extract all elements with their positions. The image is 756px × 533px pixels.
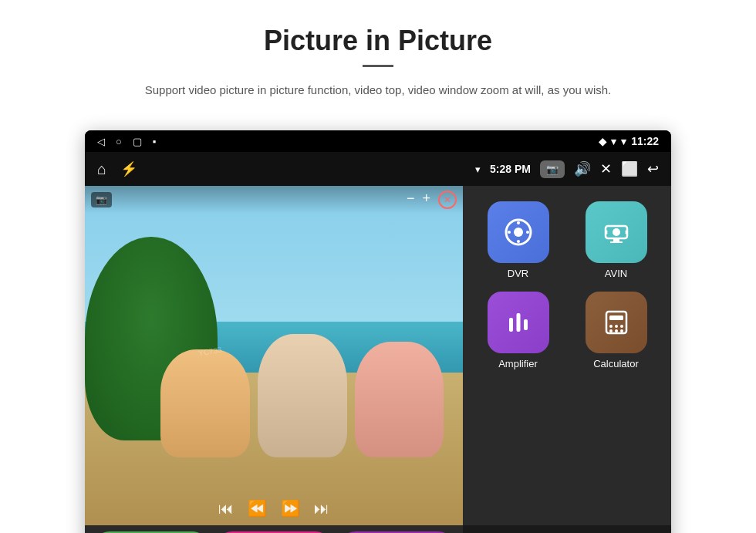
video-area: YC733 📷 − + ✕ ⏮ ⏪ ⏩ <box>85 186 463 525</box>
title-divider <box>363 65 393 67</box>
camera-button[interactable]: 📷 <box>540 160 565 178</box>
nav-bar-left: ⌂ ⚡ <box>97 160 137 178</box>
back-icon[interactable]: ◁ <box>97 136 105 147</box>
pip-playback-controls: ⏮ ⏪ ⏩ ⏭ <box>218 499 329 518</box>
app-item-dvr[interactable]: DVR <box>475 201 561 279</box>
person-1 <box>160 349 250 457</box>
dvr-label: DVR <box>508 268 528 279</box>
svg-point-19 <box>615 329 618 332</box>
amplifier-icon <box>501 305 535 339</box>
svg-point-7 <box>613 228 620 236</box>
app-grid-area: DVR AVIN <box>463 186 671 525</box>
svg-point-17 <box>620 325 623 328</box>
amplifier-icon-box <box>488 292 549 353</box>
pip-close-button[interactable]: ✕ <box>438 191 457 209</box>
svg-point-16 <box>615 325 618 328</box>
person-3 <box>355 342 444 457</box>
rewind-button[interactable]: ⏪ <box>248 499 267 518</box>
nav-time: 5:28 PM <box>490 163 531 175</box>
app-item-calculator[interactable]: Calculator <box>573 292 659 369</box>
prev-button[interactable]: ⏮ <box>218 500 234 518</box>
pip-minus-button[interactable]: − <box>407 191 415 209</box>
app-item-amplifier[interactable]: Amplifier <box>475 292 561 369</box>
pip-plus-button[interactable]: + <box>422 191 430 209</box>
avin-icon-box <box>586 201 647 263</box>
person-2 <box>258 334 347 457</box>
pip-resize-icon[interactable]: ⬜ <box>621 160 638 177</box>
svg-point-1 <box>514 228 523 237</box>
status-bar-left: ◁ ○ ▢ ▪ <box>97 136 156 147</box>
app-grid: DVR AVIN <box>475 201 659 369</box>
svg-rect-14 <box>609 315 623 320</box>
status-bar: ◁ ○ ▢ ▪ ◆ ▾ ▾ 11:22 <box>85 130 671 152</box>
location-icon: ◆ <box>599 136 606 147</box>
video-background: YC733 📷 − + ✕ ⏮ ⏪ ⏩ <box>85 186 463 525</box>
svg-rect-11 <box>516 313 520 332</box>
home-circle-icon[interactable]: ○ <box>116 136 122 147</box>
pip-overlay: − + ✕ <box>85 186 463 214</box>
calculator-icon-box <box>586 292 647 353</box>
page-header: Picture in Picture Support video picture… <box>0 0 756 115</box>
people-layer <box>160 220 444 457</box>
svg-point-15 <box>609 325 613 328</box>
recents-icon[interactable]: ▢ <box>133 136 142 147</box>
home-icon[interactable]: ⌂ <box>97 160 106 178</box>
avin-label: AVIN <box>605 268 627 279</box>
signal-icon: ▾ <box>621 136 626 147</box>
next-button[interactable]: ⏭ <box>314 500 329 518</box>
svg-point-18 <box>609 329 613 332</box>
video-scene: YC733 <box>85 186 463 525</box>
svg-point-2 <box>517 221 520 224</box>
calculator-icon <box>599 305 633 339</box>
dvr-icon-box <box>488 201 549 263</box>
nav-bar: ⌂ ⚡ ▾ 5:28 PM 📷 🔊 ✕ ⬜ ↩ <box>85 152 671 186</box>
calculator-label: Calculator <box>593 358 639 369</box>
svg-point-3 <box>517 240 520 243</box>
nav-bar-right: ▾ 5:28 PM 📷 🔊 ✕ ⬜ ↩ <box>475 160 659 178</box>
svg-rect-9 <box>610 241 623 243</box>
main-content-area: YC733 📷 − + ✕ ⏮ ⏪ ⏩ <box>85 186 671 525</box>
camera-icon: 📷 <box>546 164 559 175</box>
svg-rect-10 <box>509 318 513 332</box>
page-title: Picture in Picture <box>46 25 710 57</box>
back-nav-icon[interactable]: ↩ <box>647 160 659 177</box>
svg-point-5 <box>526 231 529 234</box>
volume-icon[interactable]: 🔊 <box>574 160 591 177</box>
device-frame: ◁ ○ ▢ ▪ ◆ ▾ ▾ 11:22 ⌂ ⚡ ▾ 5:28 PM 📷 🔊 ✕ … <box>85 130 671 533</box>
wifi-icon: ▾ <box>611 136 616 147</box>
status-bar-right: ◆ ▾ ▾ 11:22 <box>599 135 659 147</box>
usb-icon[interactable]: ⚡ <box>120 160 137 177</box>
svg-rect-8 <box>613 238 619 241</box>
close-icon: ✕ <box>444 194 451 205</box>
page-subtitle: Support video picture in picture functio… <box>108 81 648 100</box>
app-pill-row <box>85 525 463 533</box>
avin-icon <box>599 215 633 249</box>
svg-rect-12 <box>524 319 528 330</box>
wifi-nav-icon: ▾ <box>475 164 481 175</box>
forward-button[interactable]: ⏩ <box>281 499 300 518</box>
app-item-avin[interactable]: AVIN <box>573 201 659 279</box>
amplifier-label: Amplifier <box>498 358 538 369</box>
menu-icon[interactable]: ▪ <box>153 136 157 147</box>
status-time: 11:22 <box>631 135 659 147</box>
dvr-icon <box>501 215 535 249</box>
svg-point-20 <box>620 329 623 332</box>
svg-point-4 <box>508 231 511 234</box>
close-x-icon[interactable]: ✕ <box>600 160 612 177</box>
